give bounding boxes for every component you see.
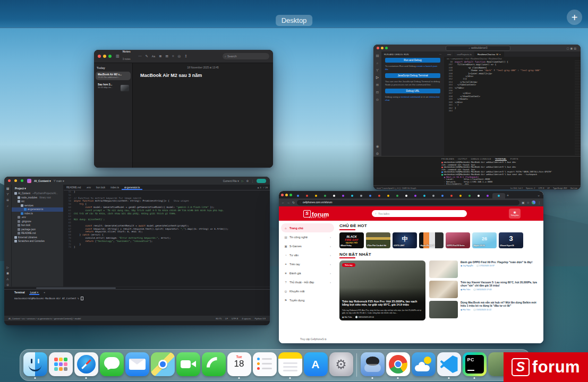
cast-icon[interactable]: ▣ bbox=[522, 201, 525, 204]
dock-item-finder[interactable] bbox=[23, 351, 47, 379]
panel-tab[interactable]: DEBUG CONSOLE bbox=[471, 158, 491, 160]
tree-node[interactable]: .env bbox=[12, 215, 63, 220]
editor-tab[interactable]: .env bbox=[444, 51, 454, 57]
close-button[interactable] bbox=[377, 47, 379, 49]
browser-tab[interactable] bbox=[420, 193, 429, 198]
reload-icon[interactable]: ↻ bbox=[292, 201, 295, 204]
editor-tab[interactable]: useProjects.ts bbox=[454, 51, 475, 57]
dock-item-facetime[interactable] bbox=[176, 351, 200, 379]
license-badge[interactable] bbox=[257, 179, 266, 183]
address-bar[interactable]: ◌ cellphones.com.vn/sforum bbox=[297, 200, 519, 205]
tree-node[interactable]: index.ts bbox=[12, 212, 63, 216]
dock-item-magnifier[interactable] bbox=[360, 351, 385, 379]
article-list-item[interactable]: Trên tay Xiaomi Vacuum 5: Lau nóng 80°C,… bbox=[429, 281, 540, 298]
share-icon[interactable]: ↥ bbox=[184, 54, 187, 58]
notes-window[interactable]: ▥ Notes3 notes ⋯ ✎ Aa ≣ ⊞ ⌗ ◎ ↥ ⌕ Search… bbox=[94, 50, 273, 168]
layout-icons[interactable]: ▢▣▤ bbox=[567, 47, 577, 50]
extensions-icon[interactable]: ⊞ bbox=[376, 83, 379, 87]
vscode-command-search[interactable]: ⌕ webbuilderver3 bbox=[446, 46, 510, 51]
dock-item-phone[interactable] bbox=[201, 351, 226, 379]
editor-tab[interactable]: index.ts bbox=[108, 185, 122, 190]
git-branch-selector[interactable]: ϒ main ▾ bbox=[54, 179, 64, 183]
dock-item-mail[interactable] bbox=[125, 351, 149, 379]
status-item[interactable]: LF bbox=[547, 187, 550, 189]
note-list-item[interactable]: Sau hơn 3...10:33 đáp ứn... bbox=[96, 82, 131, 90]
hot-topic-chip[interactable]: #OPPO Find X9 Series bbox=[446, 232, 470, 248]
back-icon[interactable]: ← bbox=[282, 201, 285, 204]
tree-node[interactable]: External Libraries bbox=[12, 236, 63, 240]
browser-tab[interactable] bbox=[384, 193, 393, 198]
browser-tab[interactable] bbox=[357, 193, 365, 198]
add-desktop-button[interactable]: + bbox=[567, 10, 582, 25]
notes-editor[interactable]: 18 November 2025 at 13:45 MacBook Air M2… bbox=[133, 63, 273, 168]
article-list-item[interactable]: Dùng MacBook mà vẫn xài hub rẻ? Một lần … bbox=[429, 301, 540, 318]
browser-tab[interactable] bbox=[483, 193, 492, 198]
browser-tab[interactable] bbox=[465, 193, 474, 198]
article-title[interactable]: Đánh giá OPPO Find X9 Pro: Flagship "toà… bbox=[461, 261, 532, 264]
minimize-button[interactable] bbox=[14, 179, 17, 182]
browser-tab[interactable] bbox=[312, 193, 320, 198]
status-item[interactable]: UTF-8 bbox=[232, 317, 238, 320]
browser-tab[interactable] bbox=[375, 193, 384, 198]
close-button[interactable] bbox=[8, 179, 11, 182]
chrome-window[interactable]: + ⌄ ← → ↻ ◌ cellphones.com.vn/sforum ▣ ☆… bbox=[279, 191, 543, 343]
gear-icon[interactable]: ⚙ bbox=[376, 152, 379, 156]
tree-node[interactable]: AI_Content~/PycharmProjects/AI... bbox=[12, 192, 63, 196]
remote-icon[interactable]: ⊟ bbox=[376, 90, 379, 94]
project-selector[interactable]: AI_Content ▾ bbox=[34, 179, 51, 183]
account-icon[interactable]: ◉ bbox=[376, 144, 379, 149]
browser-tab[interactable] bbox=[447, 193, 456, 198]
panel-tab[interactable]: TERMINAL bbox=[495, 158, 507, 161]
inspections-widget[interactable]: ▲ 3✓ 28 bbox=[257, 185, 270, 190]
pycharm-window[interactable]: AI_Content ▾ ϒ main ▾ Current File ▾ ▷ ⚙… bbox=[4, 177, 270, 325]
status-item[interactable]: TypeScript JSX bbox=[553, 187, 567, 189]
status-right[interactable]: Ln 304, Col 2Spaces: 2UTF-8LFTypeScript … bbox=[510, 187, 577, 189]
js-debug-terminal-button[interactable]: JavaScript Debug Terminal bbox=[385, 73, 440, 78]
profile-avatar[interactable] bbox=[532, 201, 535, 204]
status-item[interactable]: Python 3.9 bbox=[254, 317, 266, 320]
find-tool-icon[interactable]: ⌕ bbox=[7, 204, 8, 208]
sidebar-toggle-icon[interactable]: ▥ bbox=[116, 54, 120, 58]
structure-tool-icon[interactable]: ⊟ bbox=[6, 198, 9, 202]
site-info-icon[interactable]: ◌ bbox=[300, 201, 301, 204]
add-terminal-icon[interactable]: + bbox=[44, 291, 45, 294]
minimize-button[interactable] bbox=[103, 55, 106, 58]
browser-tab[interactable] bbox=[429, 193, 438, 198]
dock-item-settings[interactable]: ⚙ bbox=[329, 351, 353, 379]
sidebar-menu-item[interactable]: ★Đánh giá› bbox=[281, 268, 334, 277]
browser-tab[interactable] bbox=[294, 193, 302, 198]
horizontal-scrollbar[interactable] bbox=[4, 286, 270, 289]
more-icon[interactable]: ⋮ bbox=[251, 179, 254, 183]
commit-tool-icon[interactable]: ϒ bbox=[6, 193, 8, 196]
panel-tab[interactable]: PROBLEMS bbox=[441, 158, 454, 160]
tab-search-icon[interactable]: ⌄ bbox=[537, 193, 540, 197]
compose-icon[interactable]: ✎ bbox=[145, 54, 148, 58]
panel-tab[interactable]: PORTS bbox=[510, 158, 518, 160]
zoom-button[interactable] bbox=[108, 55, 112, 58]
project-panel-header[interactable]: Project ▾ bbox=[12, 186, 63, 192]
vscode-breadcrumb[interactable]: src › components › chat › RealtimeChat.t… bbox=[444, 57, 581, 60]
sforum-search-field[interactable]: ⌕ Tìm kiếm bbox=[372, 210, 467, 217]
table-icon[interactable]: ⊞ bbox=[165, 54, 168, 58]
source-control-icon[interactable]: ϒ bbox=[376, 68, 379, 72]
run-icon[interactable]: ▷ bbox=[242, 179, 244, 183]
tree-node[interactable]: ai-generator.ts bbox=[12, 207, 63, 212]
dock-item-safari[interactable] bbox=[74, 351, 98, 379]
dock-item-vscode[interactable] bbox=[437, 351, 461, 379]
browser-tab[interactable] bbox=[474, 193, 483, 198]
checklist-icon[interactable]: ≣ bbox=[159, 54, 161, 58]
minimize-button[interactable] bbox=[381, 47, 384, 49]
close-tab-icon[interactable]: × bbox=[499, 53, 501, 56]
sidebar-menu-item[interactable]: ◎Khuyến mãi bbox=[281, 286, 334, 296]
sidebar-menu-item[interactable]: ▤Tin công nghệ› bbox=[281, 232, 334, 241]
hot-topic-chip[interactable]: 3#Xiaomi HyperOS bbox=[499, 232, 523, 248]
article-tag[interactable]: Trên tay bbox=[342, 263, 355, 267]
featured-article-card[interactable]: Trên tay Trên tay Roborock F25 Ace Pro: … bbox=[339, 261, 425, 320]
more-icon[interactable]: ⋯ bbox=[138, 54, 142, 58]
status-item[interactable]: Ln 304, Col 2 bbox=[510, 187, 523, 189]
browser-tab[interactable] bbox=[339, 193, 347, 198]
zoom-button[interactable] bbox=[21, 179, 23, 182]
editor-tab[interactable]: RealtimeChat.tsxM× bbox=[475, 51, 504, 57]
debug-url-button[interactable]: Debug URL bbox=[385, 89, 440, 93]
featured-article-title[interactable]: Trên tay Roborock F25 Ace Pro: Hút 25.00… bbox=[342, 300, 423, 307]
